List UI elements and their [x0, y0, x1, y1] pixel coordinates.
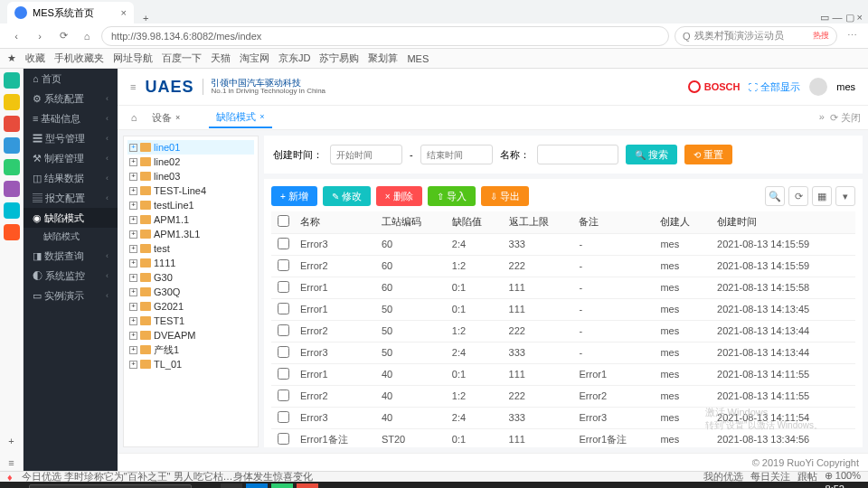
bookmark[interactable]: 聚划算: [368, 52, 398, 65]
export-icon[interactable]: ▾: [835, 186, 855, 206]
row-checkbox[interactable]: [278, 281, 289, 293]
taskbar-app-icon[interactable]: W: [297, 483, 318, 488]
table-row[interactable]: Error1600:1111-mes2021-08-13 14:15:58: [271, 277, 855, 298]
tab-home-icon[interactable]: ⌂: [125, 107, 143, 128]
bookmark[interactable]: 淘宝网: [240, 52, 269, 65]
row-checkbox[interactable]: [278, 259, 289, 271]
table-row[interactable]: Error2501:2222-mes2021-08-13 14:13:44: [271, 320, 855, 342]
row-checkbox[interactable]: [278, 368, 289, 380]
sidenav-subitem[interactable]: 缺陷模式: [24, 228, 118, 246]
sidenav-item[interactable]: ≡ 基础信息‹: [24, 108, 118, 128]
tree-item[interactable]: +1111: [127, 256, 254, 270]
bookmark[interactable]: 网址导航: [113, 52, 153, 65]
tree-item[interactable]: +产线1: [127, 343, 254, 357]
table-row[interactable]: Error1400:1111Error1mes2021-08-13 14:11:…: [271, 363, 855, 385]
sidenav-item[interactable]: ⚒ 制程管理‹: [24, 148, 118, 168]
side-icon[interactable]: [4, 159, 20, 175]
back-icon[interactable]: ‹: [7, 27, 25, 45]
search-button[interactable]: 🔍 搜索: [626, 145, 677, 164]
row-checkbox[interactable]: [278, 389, 289, 401]
system-tray[interactable]: ☁ 23°C 多云 ^ 英 ♪ 🔋 8:52 2021/8/25 💬: [688, 483, 864, 488]
collapse-icon[interactable]: ≡: [130, 81, 136, 92]
fullscreen-link[interactable]: ⛶ 全部显示: [749, 80, 800, 94]
start-date-input[interactable]: [330, 145, 402, 164]
columns-icon[interactable]: ▦: [812, 186, 832, 206]
tree-item[interactable]: +line03: [127, 169, 254, 183]
tree-item[interactable]: +G30Q: [127, 285, 254, 299]
forward-icon[interactable]: ›: [31, 27, 49, 45]
sidenav-item[interactable]: ◫ 结果数据‹: [24, 168, 118, 188]
add-icon[interactable]: +: [4, 433, 20, 449]
side-icon[interactable]: [4, 137, 20, 154]
taskbar-app-icon[interactable]: W: [271, 483, 293, 488]
bookmark[interactable]: 天猫: [211, 52, 231, 65]
username[interactable]: mes: [836, 81, 855, 92]
name-input[interactable]: [537, 145, 618, 164]
row-checkbox[interactable]: [278, 238, 289, 249]
table-row[interactable]: Error2401:2222Error2mes2021-08-13 14:11:…: [271, 385, 855, 407]
bookmark[interactable]: 京东JD: [278, 52, 310, 65]
reset-button[interactable]: ⟲ 重置: [684, 145, 732, 164]
tab-close-menu[interactable]: ⟳ 关闭: [830, 111, 861, 125]
table-row[interactable]: Error2601:2222-mes2021-08-13 14:15:59: [271, 255, 855, 277]
bookmark[interactable]: 百度一下: [162, 52, 202, 65]
end-date-input[interactable]: [420, 145, 493, 164]
tab-scroll-right-icon[interactable]: »: [819, 111, 825, 125]
bookmark-star-icon[interactable]: ★: [7, 52, 16, 64]
select-all-checkbox[interactable]: [278, 215, 289, 227]
sidenav-item[interactable]: ⌂ 首页: [24, 69, 118, 89]
side-icon[interactable]: [4, 94, 20, 110]
home-icon[interactable]: ⌂: [78, 27, 96, 45]
menu-icon[interactable]: ≡: [4, 455, 20, 471]
reload-icon[interactable]: ⟳: [54, 27, 72, 45]
import-button[interactable]: ⇧ 导入: [428, 186, 476, 206]
tree-item[interactable]: +line01: [127, 140, 254, 155]
taskbar-app-icon[interactable]: ▣: [221, 483, 242, 488]
cortana-icon[interactable]: ○: [195, 483, 217, 488]
add-button[interactable]: + 新增: [271, 186, 317, 206]
close-icon[interactable]: ×: [259, 112, 264, 121]
ext-icon[interactable]: ⋯: [843, 27, 861, 45]
tree-item[interactable]: +G30: [127, 270, 254, 285]
taskbar-search[interactable]: 🔍 在这里输入你要搜索的内容: [29, 484, 192, 488]
sidenav-item[interactable]: ◨ 数据查询‹: [24, 246, 118, 266]
tree-item[interactable]: +DVEAPM: [127, 328, 254, 343]
taskbar-app-icon[interactable]: e: [246, 483, 268, 488]
start-icon[interactable]: ⊞: [4, 483, 25, 488]
table-row[interactable]: Error3502:4333-mes2021-08-13 14:13:44: [271, 342, 855, 363]
row-checkbox[interactable]: [278, 346, 289, 358]
side-icon[interactable]: [4, 72, 20, 89]
side-icon[interactable]: [4, 181, 20, 197]
sidenav-item[interactable]: ☰ 型号管理‹: [24, 128, 118, 148]
tree-item[interactable]: +testLine1: [127, 198, 254, 212]
tree-item[interactable]: +APM1.3L1: [127, 227, 254, 241]
tree-item[interactable]: +line02: [127, 155, 254, 169]
table-row[interactable]: Error3602:4333-mes2021-08-13 14:15:59: [271, 233, 855, 255]
tab-close-icon[interactable]: ×: [121, 7, 127, 18]
sidenav-item[interactable]: ◉ 缺陷模式: [24, 208, 118, 228]
side-icon[interactable]: [4, 224, 20, 240]
tree-item[interactable]: +TEST1: [127, 314, 254, 328]
avatar[interactable]: [809, 78, 827, 96]
table-row[interactable]: Error3402:4333Error3mes2021-08-13 14:11:…: [271, 407, 855, 428]
sidenav-item[interactable]: ▤ 报文配置‹: [24, 188, 118, 208]
bookmark[interactable]: 苏宁易购: [319, 52, 359, 65]
table-row[interactable]: Error1500:1111-mes2021-08-13 14:13:45: [271, 298, 855, 320]
sidenav-item[interactable]: ◐ 系统监控‹: [24, 266, 118, 286]
tree-item[interactable]: +APM1.1: [127, 212, 254, 227]
export-button[interactable]: ⇩ 导出: [481, 186, 529, 206]
bookmark[interactable]: MES: [407, 53, 429, 64]
tab-active[interactable]: 缺陷模式×: [209, 107, 271, 128]
row-checkbox[interactable]: [278, 303, 289, 314]
refresh-icon[interactable]: ⟳: [788, 186, 808, 206]
row-checkbox[interactable]: [278, 324, 289, 336]
row-checkbox[interactable]: [278, 411, 289, 423]
edit-button[interactable]: ✎ 修改: [323, 186, 371, 206]
bookmark[interactable]: 手机收藏夹: [54, 52, 104, 65]
bookmark[interactable]: 收藏: [25, 52, 45, 65]
table-row[interactable]: Error1备注ST200:1111Error1备注mes2021-08-13 …: [271, 428, 855, 447]
delete-button[interactable]: × 删除: [376, 186, 422, 206]
page-tab[interactable]: 设备×: [145, 107, 207, 128]
browser-tab[interactable]: MES系统首页 ×: [7, 2, 134, 23]
sidenav-item[interactable]: ⚙ 系统配置‹: [24, 89, 118, 108]
